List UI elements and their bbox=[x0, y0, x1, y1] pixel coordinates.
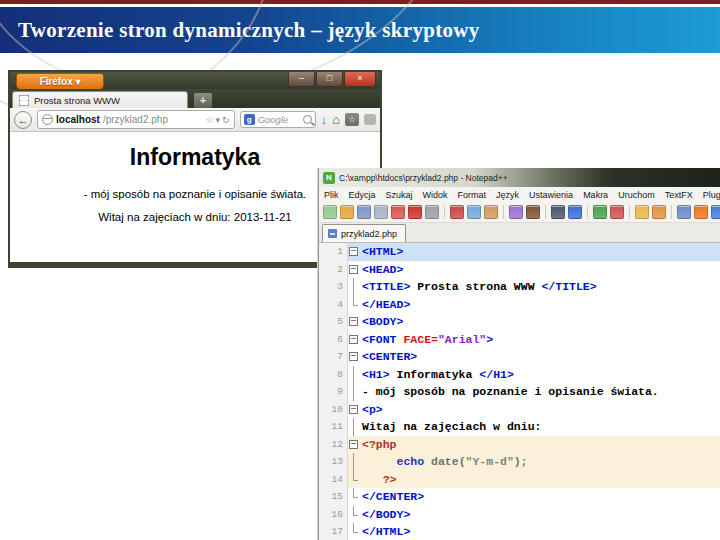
menu-item-edycja[interactable]: Edycja bbox=[344, 190, 381, 200]
tab-favicon-icon bbox=[19, 95, 29, 106]
fold-marker-icon[interactable] bbox=[348, 261, 359, 279]
code-line-7: 7<CENTER> bbox=[319, 348, 720, 366]
npp-window-title: C:\xampp\htdocs\przyklad2.php - Notepad+… bbox=[339, 173, 508, 183]
back-button[interactable]: ← bbox=[14, 111, 32, 129]
undo-icon[interactable] bbox=[509, 205, 523, 219]
fold-marker-icon[interactable] bbox=[348, 243, 359, 261]
code-text: </HTML> bbox=[359, 523, 410, 540]
menu-item-plik[interactable]: Plik bbox=[319, 190, 344, 200]
menu-item-format[interactable]: Format bbox=[453, 190, 492, 200]
new-file-icon[interactable] bbox=[323, 205, 337, 219]
menu-item-ustawienia[interactable]: Ustawienia bbox=[524, 190, 578, 200]
url-host: localhost bbox=[56, 114, 100, 125]
toolbar-separator bbox=[671, 205, 672, 219]
zoom-out-icon[interactable] bbox=[610, 205, 624, 219]
save-icon[interactable] bbox=[357, 205, 371, 219]
url-bar-icons: ☆ ▾ ↻ bbox=[205, 115, 229, 125]
indent-guide-icon[interactable] bbox=[711, 205, 720, 219]
new-tab-button[interactable]: + bbox=[194, 93, 212, 108]
fold-guide bbox=[348, 278, 359, 296]
code-line-17: 17</HTML> bbox=[319, 523, 720, 540]
menu-item-język[interactable]: Język bbox=[491, 190, 524, 200]
line-number: 17 bbox=[319, 523, 348, 540]
menu-item-uruchom[interactable]: Uruchom bbox=[613, 190, 660, 200]
code-line-1: 1<HTML> bbox=[319, 243, 720, 261]
bookmark-star-icon[interactable]: ☆ bbox=[205, 115, 213, 125]
menu-item-makra[interactable]: Makra bbox=[578, 190, 613, 200]
code-text: </HEAD> bbox=[359, 296, 410, 314]
code-line-14: 14 ?> bbox=[319, 471, 720, 489]
browser-tab[interactable]: Prosta strona WWW bbox=[12, 91, 188, 108]
search-magnifier-icon[interactable] bbox=[303, 115, 312, 124]
minimize-button[interactable]: – bbox=[288, 72, 315, 87]
npp-tab-bar: przyklad2.php bbox=[319, 223, 720, 243]
code-line-6: 6<FONT FACE="Arial"> bbox=[319, 331, 720, 349]
code-text: <HTML> bbox=[359, 243, 403, 261]
line-number: 9 bbox=[319, 383, 348, 401]
find-icon[interactable] bbox=[551, 205, 565, 219]
npp-tab-label: przyklad2.php bbox=[341, 229, 397, 239]
saved-file-icon bbox=[328, 229, 337, 238]
bookmarks-icon[interactable]: ☆ bbox=[345, 113, 359, 126]
zoom-in-icon[interactable] bbox=[593, 205, 607, 219]
redo-icon[interactable] bbox=[526, 205, 540, 219]
npp-document-tab[interactable]: przyklad2.php bbox=[322, 224, 406, 242]
menu-item-pluginy[interactable]: Pluginy bbox=[698, 190, 720, 200]
close-file-icon[interactable] bbox=[391, 205, 405, 219]
line-number: 4 bbox=[319, 296, 348, 314]
paste-icon[interactable] bbox=[484, 205, 498, 219]
fold-marker-icon[interactable] bbox=[348, 436, 359, 454]
close-all-icon[interactable] bbox=[408, 205, 422, 219]
fold-marker-icon[interactable] bbox=[348, 348, 359, 366]
presentation-slide: Tworzenie stron dynamicznych – język skr… bbox=[0, 0, 720, 540]
fold-guide bbox=[348, 506, 359, 524]
fold-marker-icon[interactable] bbox=[348, 313, 359, 331]
code-line-8: 8<H1> Informatyka </H1> bbox=[319, 366, 720, 384]
record-macro-icon[interactable] bbox=[635, 205, 649, 219]
url-dropdown-icon[interactable]: ▾ bbox=[216, 115, 221, 125]
fold-guide bbox=[348, 471, 359, 489]
code-text: <p> bbox=[359, 401, 383, 419]
fold-guide bbox=[348, 523, 359, 540]
print-icon[interactable] bbox=[425, 205, 439, 219]
line-number: 13 bbox=[319, 453, 348, 471]
search-engine-icon[interactable]: g bbox=[244, 114, 255, 125]
cut-icon[interactable] bbox=[450, 205, 464, 219]
word-wrap-icon[interactable] bbox=[677, 205, 691, 219]
search-placeholder: Google bbox=[258, 114, 289, 125]
url-bar[interactable]: localhost /przyklad2.php ☆ ▾ ↻ bbox=[37, 110, 235, 129]
fold-guide bbox=[348, 296, 359, 314]
sync-icon[interactable] bbox=[364, 114, 376, 125]
firefox-tab-bar: Prosta strona WWW + bbox=[10, 89, 380, 108]
home-icon[interactable]: ⌂ bbox=[332, 112, 340, 127]
code-line-16: 16</BODY> bbox=[319, 506, 720, 524]
toolbar-separator bbox=[629, 205, 630, 219]
search-input[interactable]: g Google bbox=[240, 111, 316, 128]
show-paragraph-icon[interactable] bbox=[694, 205, 708, 219]
code-line-10: 10<p> bbox=[319, 401, 720, 419]
menu-item-textfx[interactable]: TextFX bbox=[660, 190, 698, 200]
line-number: 6 bbox=[319, 331, 348, 349]
toolbar-separator bbox=[503, 205, 504, 219]
url-path: /przyklad2.php bbox=[103, 114, 168, 125]
code-line-9: 9- mój sposób na poznanie i opisanie świ… bbox=[319, 383, 720, 401]
firefox-app-menu-button[interactable]: Firefox ▾ bbox=[16, 73, 104, 90]
menu-item-widok[interactable]: Widok bbox=[418, 190, 453, 200]
fold-marker-icon[interactable] bbox=[348, 331, 359, 349]
notepad-plus-plus-window: N C:\xampp\htdocs\przyklad2.php - Notepa… bbox=[318, 168, 720, 540]
fold-guide bbox=[348, 488, 359, 506]
reload-icon[interactable]: ↻ bbox=[222, 115, 230, 125]
fold-marker-icon[interactable] bbox=[348, 401, 359, 419]
fold-guide bbox=[348, 453, 359, 471]
fold-guide bbox=[348, 418, 359, 436]
downloads-icon[interactable]: ↓ bbox=[321, 112, 328, 127]
play-macro-icon[interactable] bbox=[652, 205, 666, 219]
open-file-icon[interactable] bbox=[340, 205, 354, 219]
close-button[interactable]: × bbox=[344, 72, 376, 87]
maximize-button[interactable]: □ bbox=[316, 72, 343, 87]
copy-icon[interactable] bbox=[467, 205, 481, 219]
save-all-icon[interactable] bbox=[374, 205, 388, 219]
menu-item-szukaj[interactable]: Szukaj bbox=[381, 190, 418, 200]
replace-icon[interactable] bbox=[568, 205, 582, 219]
npp-editor[interactable]: 1<HTML>2<HEAD>3<TITLE> Prosta strona WWW… bbox=[319, 243, 720, 540]
